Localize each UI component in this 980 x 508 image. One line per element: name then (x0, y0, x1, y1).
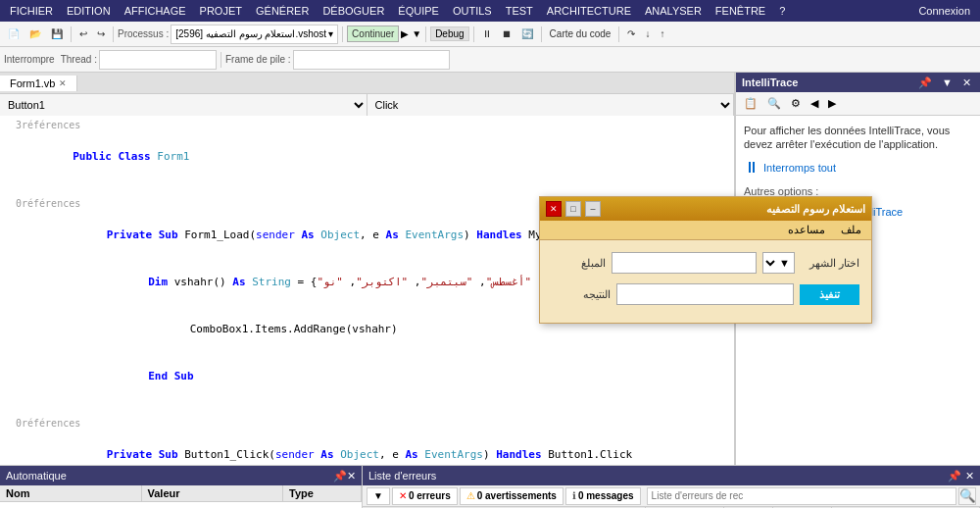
step-over-btn[interactable]: ↷ (623, 26, 639, 41)
class-dropdown[interactable]: Button1 (0, 94, 368, 116)
process-chevron: ▾ (328, 28, 333, 39)
thread-label: Thread : (61, 54, 97, 65)
sep7 (618, 26, 619, 42)
toolbar1: 📄 📂 💾 ↩ ↪ Processus : [2596] استعلام رسو… (0, 22, 980, 47)
intellitrace-pin-btn[interactable]: 📌 (915, 76, 935, 89)
auto-col-val: Valeur (142, 485, 284, 501)
sep1 (71, 26, 72, 42)
dialog-max-btn[interactable]: □ (565, 201, 581, 217)
tab-form1vb-label: Form1.vb (10, 77, 55, 89)
menu-outils[interactable]: OUTILS (447, 3, 498, 19)
error-title: Liste d'erreurs (368, 470, 436, 482)
dialog-result-input[interactable] (616, 283, 794, 305)
intellitrace-btn1[interactable]: 📋 (740, 95, 761, 112)
stop-btn[interactable]: ⏹ (498, 26, 515, 41)
restart-btn[interactable]: 🔄 (517, 26, 537, 41)
auto-col-type: Type (283, 485, 362, 501)
intellitrace-btn2[interactable]: 🔍 (763, 95, 785, 112)
debug-label: Debug (430, 26, 468, 41)
line-refs1: 3références (0, 118, 88, 133)
bottom-panels: Automatique 📌 ✕ Nom Valeur Type Liste d'… (0, 465, 980, 508)
undo-btn[interactable]: ↩ (75, 26, 91, 41)
intellitrace-titlebar: IntelliTrace 📌 ▼ ✕ (736, 73, 980, 92)
auto-pin-btn[interactable]: 📌 (333, 470, 347, 483)
codemap-btn[interactable]: Carte du code (546, 26, 615, 41)
dialog-close-btn[interactable]: ✕ (546, 201, 562, 217)
menu-help[interactable]: ? (773, 3, 791, 19)
sep6 (541, 26, 542, 42)
frame-dropdown[interactable] (293, 50, 450, 70)
tab-form1vb[interactable]: Form1.vb ✕ (0, 76, 77, 91)
dialog-result-row: تنفيذ النتيجه (552, 283, 859, 305)
process-dropdown[interactable]: [2596] استعلام رسوم التصفيه.vshost ▾ (171, 25, 338, 44)
menu-architecture[interactable]: ARCHITECTURE (541, 3, 637, 19)
dialog-menu-help[interactable]: مساعده (784, 223, 829, 237)
open-btn[interactable]: 📂 (25, 26, 45, 41)
interrupt-label: Interrompre (4, 54, 55, 65)
continue-btn[interactable]: Continuer (347, 25, 399, 42)
messages-filter-btn[interactable]: ℹ 0 messages (565, 487, 641, 505)
intellitrace-btn5[interactable]: ▶ (824, 95, 840, 112)
redo-btn[interactable]: ↪ (93, 26, 109, 41)
error-search-input[interactable] (647, 487, 956, 505)
menu-test[interactable]: TEST (500, 3, 539, 19)
menu-fichier[interactable]: FICHIER (4, 3, 59, 19)
dialog-amount-input[interactable] (612, 252, 757, 274)
dialog-min-btn[interactable]: – (585, 201, 601, 217)
line-refs4: 0références (0, 416, 88, 432)
code-line (0, 180, 734, 196)
auto-table-body (0, 502, 362, 508)
intellitrace-close-btn[interactable]: ✕ (959, 76, 974, 89)
intellitrace-arrow-btn[interactable]: ▼ (939, 76, 956, 88)
line-addrange: ComboBox1.Items.AddRange(vshahr) (0, 306, 406, 353)
dialog-month-select[interactable]: ▼ (762, 252, 795, 274)
method-dropdown[interactable]: Click (368, 94, 735, 116)
menu-generer[interactable]: GÉNÉRER (250, 3, 315, 19)
dialog-submit-btn[interactable]: تنفيذ (800, 284, 859, 305)
warning-icon: ⚠ (466, 490, 475, 501)
errors-filter-btn[interactable]: ✕ 0 erreurs (392, 487, 458, 505)
intellitrace-btn4[interactable]: ◀ (807, 95, 822, 112)
menu-equipe[interactable]: ÉQUIPE (392, 3, 445, 19)
thread-dropdown[interactable] (99, 50, 217, 70)
step-out-btn[interactable]: ↑ (656, 26, 668, 41)
menu-fenetre[interactable]: FENÊTRE (710, 3, 771, 19)
sep4 (425, 26, 426, 42)
save-btn[interactable]: 💾 (47, 26, 67, 41)
step-into-btn[interactable]: ↓ (641, 26, 654, 41)
warnings-filter-btn[interactable]: ⚠ 0 avertissements (460, 487, 564, 505)
error-panel-header: Liste d'erreurs 📌 ✕ (363, 466, 980, 485)
dialog-month-label: اختار الشهر (801, 257, 859, 270)
line-end-sub1: End Sub (0, 353, 202, 400)
pause-btn[interactable]: ⏸ (478, 26, 496, 41)
error-close-btn[interactable]: ✕ (965, 470, 974, 483)
error-pin-btn[interactable]: 📌 (948, 470, 961, 483)
editor-tabs: Form1.vb ✕ (0, 73, 734, 94)
menu-edition[interactable]: EDITION (61, 3, 117, 19)
menu-analyser[interactable]: ANALYSER (639, 3, 708, 19)
menu-debugger[interactable]: DÉBOGUER (317, 3, 390, 19)
new-btn[interactable]: 📄 (4, 26, 24, 41)
error-search-btn[interactable]: 🔍 (958, 487, 976, 505)
connexion-btn[interactable]: Connexion (912, 3, 976, 19)
interrupt-link[interactable]: Interromps tout (763, 162, 836, 174)
code-line: Public Class Form1 (0, 133, 734, 180)
intellitrace-btn3[interactable]: ⚙ (787, 95, 805, 112)
tab-close-btn[interactable]: ✕ (59, 78, 67, 88)
auto-close-btn[interactable]: ✕ (347, 470, 356, 483)
interrupt-icon: ⏸ (744, 159, 760, 177)
menu-projet[interactable]: PROJET (194, 3, 248, 19)
filter-btn[interactable]: ▼ (367, 487, 390, 505)
line-sub-click: Private Sub Button1_Click(sender As Obje… (0, 432, 640, 465)
menubar: FICHIER EDITION AFFICHAGE PROJET GÉNÉRER… (0, 0, 980, 22)
messages-count: 0 messages (578, 490, 634, 501)
menu-affichage[interactable]: AFFICHAGE (119, 3, 192, 19)
dialog-menu-file[interactable]: ملف (837, 223, 865, 237)
message-icon: ℹ (572, 490, 576, 501)
auto-table-header: Nom Valeur Type (0, 485, 362, 502)
auto-title: Automatique (6, 470, 67, 482)
dialog-body: اختار الشهر ▼ المبلغ تنفيذ النتيجه (540, 240, 871, 323)
intellitrace-title: IntelliTrace (742, 76, 911, 88)
code-line: 3références (0, 118, 734, 133)
auto-col-nom: Nom (0, 485, 142, 501)
